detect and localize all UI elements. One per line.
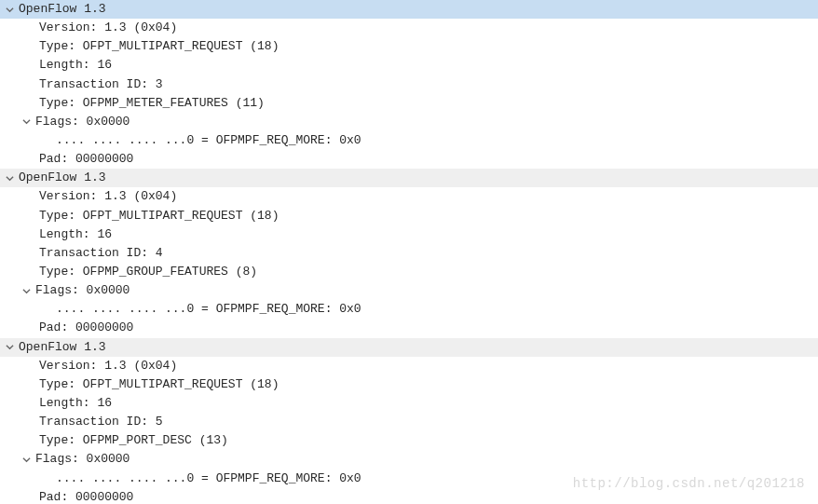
field-length[interactable]: Length: 16: [0, 56, 818, 75]
chevron-down-icon: [4, 343, 15, 351]
field-type[interactable]: Type: OFPT_MULTIPART_REQUEST (18): [0, 207, 818, 225]
field-text: Pad: 00000000: [39, 320, 133, 334]
field-text: Length: 16: [39, 227, 112, 241]
field-text: Flags: 0x0000: [35, 113, 130, 131]
field-text: Transaction ID: 4: [39, 246, 163, 260]
field-text: Flags: 0x0000: [35, 281, 130, 300]
field-text: Type: OFPT_MULTIPART_REQUEST (18): [39, 209, 279, 223]
field-flags[interactable]: Flags: 0x0000: [0, 450, 818, 469]
field-text: Transaction ID: 5: [39, 415, 163, 429]
field-text: Type: OFPT_MULTIPART_REQUEST (18): [39, 39, 279, 53]
field-text: Type: OFPMP_GROUP_FEATURES (8): [39, 265, 257, 279]
field-text: Type: OFPT_MULTIPART_REQUEST (18): [39, 377, 279, 391]
field-multipart-type[interactable]: Type: OFPMP_GROUP_FEATURES (8): [0, 263, 818, 281]
field-length[interactable]: Length: 16: [0, 394, 818, 413]
field-text: Version: 1.3 (0x04): [39, 359, 177, 373]
field-text: Version: 1.3 (0x04): [39, 189, 177, 203]
packet-header-label: OpenFlow 1.3: [19, 338, 106, 357]
packet-header[interactable]: OpenFlow 1.3: [0, 0, 818, 19]
field-pad[interactable]: Pad: 00000000: [0, 150, 818, 169]
field-text: Flags: 0x0000: [35, 450, 130, 469]
packet-header-label: OpenFlow 1.3: [19, 0, 106, 19]
field-transaction-id[interactable]: Transaction ID: 5: [0, 413, 818, 431]
packet-header[interactable]: OpenFlow 1.3: [0, 338, 818, 357]
chevron-down-icon: [20, 456, 32, 464]
packet-header-label: OpenFlow 1.3: [19, 169, 106, 187]
field-text: Length: 16: [39, 396, 112, 410]
field-pad[interactable]: Pad: 00000000: [0, 319, 818, 337]
chevron-down-icon: [20, 117, 32, 126]
field-transaction-id[interactable]: Transaction ID: 4: [0, 244, 818, 263]
field-text: .... .... .... ...0 = OFPMPF_REQ_MORE: 0…: [56, 133, 361, 147]
field-text: .... .... .... ...0 = OFPMPF_REQ_MORE: 0…: [56, 302, 361, 316]
field-flags-detail[interactable]: .... .... .... ...0 = OFPMPF_REQ_MORE: 0…: [0, 300, 818, 319]
chevron-down-icon: [20, 287, 32, 295]
field-type[interactable]: Type: OFPT_MULTIPART_REQUEST (18): [0, 37, 818, 56]
field-version[interactable]: Version: 1.3 (0x04): [0, 19, 818, 37]
field-text: Pad: 00000000: [39, 152, 133, 166]
watermark-text: http://blog.csdn.net/q201218: [573, 476, 805, 491]
field-multipart-type[interactable]: Type: OFPMP_PORT_DESC (13): [0, 431, 818, 450]
field-text: Length: 16: [39, 58, 112, 72]
field-version[interactable]: Version: 1.3 (0x04): [0, 187, 818, 206]
field-length[interactable]: Length: 16: [0, 225, 818, 244]
field-flags[interactable]: Flags: 0x0000: [0, 281, 818, 300]
chevron-down-icon: [4, 174, 15, 183]
field-version[interactable]: Version: 1.3 (0x04): [0, 357, 818, 375]
packet-header[interactable]: OpenFlow 1.3: [0, 169, 818, 187]
field-text: Type: OFPMP_METER_FEATURES (11): [39, 96, 265, 110]
field-flags[interactable]: Flags: 0x0000: [0, 113, 818, 131]
chevron-down-icon: [4, 6, 15, 14]
field-text: .... .... .... ...0 = OFPMPF_REQ_MORE: 0…: [56, 471, 361, 485]
watermark: http://blog.csdn.net/q201218: [573, 474, 805, 495]
field-multipart-type[interactable]: Type: OFPMP_METER_FEATURES (11): [0, 94, 818, 113]
field-text: Pad: 00000000: [39, 490, 133, 504]
field-type[interactable]: Type: OFPT_MULTIPART_REQUEST (18): [0, 375, 818, 394]
field-transaction-id[interactable]: Transaction ID: 3: [0, 75, 818, 94]
field-text: Version: 1.3 (0x04): [39, 20, 177, 34]
field-text: Type: OFPMP_PORT_DESC (13): [39, 433, 228, 447]
field-text: Transaction ID: 3: [39, 77, 163, 91]
field-flags-detail[interactable]: .... .... .... ...0 = OFPMPF_REQ_MORE: 0…: [0, 131, 818, 150]
